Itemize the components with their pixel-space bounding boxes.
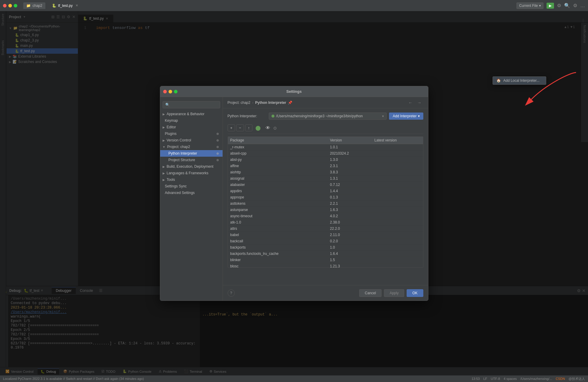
current-file-button[interactable]: Current File ▾: [516, 2, 544, 9]
table-row[interactable]: _r-mutex 1.0.1: [228, 144, 423, 150]
pkg-name: backports.functools_lru_cache: [228, 251, 328, 257]
footer-right: Cancel Apply OK: [359, 289, 423, 297]
pkg-version: 1.3.0: [328, 157, 372, 163]
nav-item-tools[interactable]: ▶ Tools: [160, 176, 223, 183]
breadcrumb-current: Python Interpreter: [255, 101, 286, 105]
table-row[interactable]: async-timeout 4.0.2: [228, 213, 423, 219]
table-row[interactable]: blinker 1.5: [228, 257, 423, 263]
nav-item-build[interactable]: ▶ Build, Execution, Deployment: [160, 163, 223, 170]
pkg-version: 20210324.2: [328, 150, 372, 157]
table-row[interactable]: asttokens 2.2.1: [228, 201, 423, 207]
pkg-name: backports: [228, 244, 328, 251]
pkg-latest: [372, 175, 423, 182]
pkg-latest: [372, 144, 423, 150]
nav-item-project[interactable]: ▼ Project: chap2 ⊕: [160, 144, 223, 150]
pkg-version: 0.2.0: [328, 238, 372, 244]
table-row[interactable]: absl-py 1.3.0: [228, 157, 423, 163]
table-row[interactable]: abseil-cpp 20210324.2: [228, 150, 423, 157]
nav-item-project-structure[interactable]: Project Structure ⊕: [160, 157, 223, 163]
table-row[interactable]: backports 1.0: [228, 244, 423, 251]
table-row[interactable]: astunparse 1.6.3: [228, 207, 423, 213]
file-tab[interactable]: 🐍 tf_test.py ✕: [49, 2, 81, 9]
table-row[interactable]: aiohttp 3.8.3: [228, 169, 423, 175]
dialog-max-btn[interactable]: [174, 90, 178, 93]
nav-item-editor[interactable]: ▶ Editor: [160, 124, 223, 130]
apply-button[interactable]: Apply: [384, 289, 404, 297]
table-row[interactable]: babel 2.11.0: [228, 232, 423, 238]
settings-gear-icon[interactable]: ⚙: [573, 3, 577, 8]
pkg-add-button[interactable]: +: [228, 124, 235, 131]
pkg-latest: [372, 238, 423, 244]
dialog-title-bar: Settings: [160, 86, 428, 97]
close-window-btn[interactable]: [3, 4, 7, 7]
table-row[interactable]: atk-1.0 2.38.0: [228, 219, 423, 226]
table-row[interactable]: backcall 0.2.0: [228, 238, 423, 244]
nav-item-advanced[interactable]: Advanced Settings: [160, 190, 223, 196]
dialog-body: ▶ Appearance & Behavior Keymap ▶ Editor …: [160, 97, 428, 301]
table-row[interactable]: appdirs 1.4.4: [228, 188, 423, 194]
dropdown-item-add-local[interactable]: 🏠 Add Local Interpreter...: [493, 77, 546, 84]
dialog-close-btn[interactable]: [163, 90, 167, 93]
struct-icon: ⊕: [216, 158, 219, 162]
pkg-name: appdirs: [228, 188, 328, 194]
pkg-remove-button[interactable]: −: [236, 124, 244, 131]
pkg-reload-button[interactable]: ⬤: [254, 124, 263, 131]
table-row[interactable]: backports.functools_lru_cache 1.6.4: [228, 251, 423, 257]
more-options-icon[interactable]: …: [580, 3, 585, 8]
cancel-button[interactable]: Cancel: [359, 289, 382, 297]
nav-item-vcs[interactable]: ▶ Version Control ⊕: [160, 137, 223, 144]
csdn-label: CSDN: [556, 377, 565, 381]
dialog-min-btn[interactable]: [169, 90, 172, 93]
add-interpreter-button[interactable]: Add Interpreter ▾: [389, 113, 423, 120]
expand-arrow-icon: ▶: [163, 113, 165, 116]
nav-label-vcs: Version Control: [167, 138, 191, 142]
project-tab-label: chap2: [33, 4, 42, 8]
pin-icon: 📌: [288, 101, 292, 105]
vcs-icon: ⊕: [216, 138, 219, 142]
nav-forward-button[interactable]: →: [416, 100, 423, 106]
maximize-window-btn[interactable]: [14, 4, 17, 7]
search-icon[interactable]: 🔍: [564, 3, 570, 8]
nav-item-languages[interactable]: ▶ Languages & Frameworks: [160, 170, 223, 176]
table-row[interactable]: attrs 22.2.0: [228, 226, 423, 232]
pkg-latest: [372, 169, 423, 175]
expand-arrow-tools-icon: ▶: [163, 178, 165, 181]
ok-button[interactable]: OK: [407, 289, 423, 297]
table-row[interactable]: aiosignal 1.3.1: [228, 175, 423, 182]
nav-label-languages: Languages & Frameworks: [167, 171, 209, 175]
nav-label-settings-sync: Settings Sync: [165, 184, 187, 188]
col-header-latest: Latest version: [372, 137, 423, 144]
nav-label-project-struct: Project Structure: [169, 158, 195, 162]
col-header-version: Version: [328, 137, 372, 144]
table-row[interactable]: blosc 1.21.3: [228, 263, 423, 268]
nav-item-plugins[interactable]: Plugins ⊕: [160, 130, 223, 137]
help-button[interactable]: ?: [228, 289, 235, 297]
status-time: 13:53: [472, 377, 480, 381]
nav-item-keymap[interactable]: Keymap: [160, 117, 223, 124]
table-row[interactable]: alabaster 0.7.12: [228, 182, 423, 188]
minimize-window-btn[interactable]: [8, 4, 12, 7]
expand-arrow-editor-icon: ▶: [163, 126, 165, 129]
status-message: Localized PyCharm 2022.3.1 is available …: [3, 377, 144, 381]
build-icon[interactable]: ⚙: [557, 3, 561, 8]
expand-arrow-lang-icon: ▶: [163, 172, 165, 175]
nav-back-button[interactable]: ←: [407, 100, 414, 106]
project-tab[interactable]: 📁 chap2: [23, 2, 45, 9]
table-row[interactable]: appnope 0.1.3: [228, 194, 423, 201]
nav-item-appearance[interactable]: ▶ Appearance & Behavior: [160, 111, 223, 117]
pkg-version: 2.2.1: [328, 201, 372, 207]
pkg-name: abseil-cpp: [228, 150, 328, 157]
table-row[interactable]: affine 2.3.1: [228, 163, 423, 169]
pkg-upgrade-button[interactable]: ↑: [245, 124, 253, 131]
interpreter-select[interactable]: /Users/mazhenxing/miniforge3 ~/miniforge…: [269, 113, 387, 120]
run-button[interactable]: ▶: [547, 3, 554, 9]
pkg-name: aiosignal: [228, 175, 328, 182]
nav-item-python-interpreter[interactable]: Python Interpreter ⊕: [160, 150, 223, 157]
close-tab-icon[interactable]: ✕: [75, 4, 78, 7]
pkg-show-button[interactable]: 👁: [264, 125, 272, 131]
pkg-name: attrs: [228, 226, 328, 232]
settings-body: Python Interpreter: /Users/mazhenxing/mi…: [223, 108, 428, 285]
settings-search-input[interactable]: [163, 101, 220, 108]
dialog-footer: ? Cancel Apply OK: [223, 285, 428, 301]
nav-item-settings-sync[interactable]: Settings Sync: [160, 183, 223, 190]
